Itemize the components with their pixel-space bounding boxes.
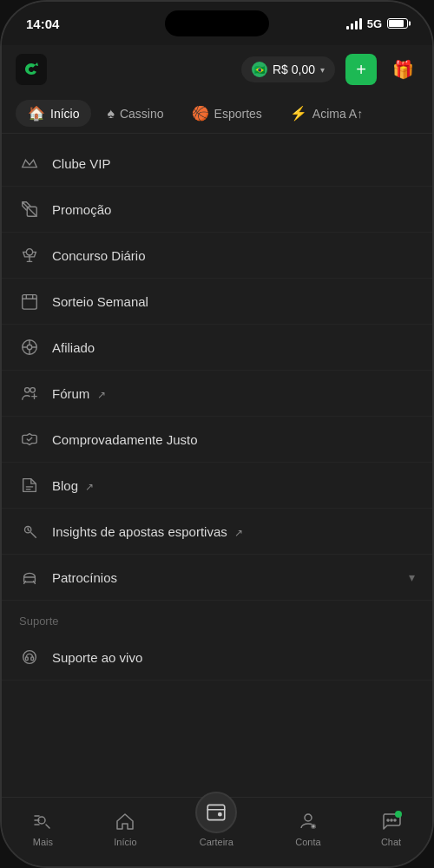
- patrocinios-icon: [19, 567, 40, 588]
- forum-label: Fórum ↗: [52, 386, 415, 401]
- app-header: 🇧🇷 R$ 0,00 ▾ + 🎁: [2, 45, 432, 94]
- comprovadamente-icon: [19, 429, 40, 450]
- tab-esportes-icon: 🏀: [192, 105, 209, 122]
- svg-point-13: [219, 812, 221, 815]
- tab-acima[interactable]: ⚡ Acima A↑: [278, 100, 375, 127]
- nav-inicio-label: Início: [114, 837, 136, 847]
- phone-frame: 14:04 5G 🇧🇷 R$ 0,00 ▾: [0, 0, 434, 868]
- nav-conta-label: Conta: [295, 837, 320, 847]
- battery-fill: [389, 20, 404, 27]
- menu-item-concurso[interactable]: Concurso Diário: [2, 233, 432, 279]
- nav-mais-icon: [30, 809, 55, 833]
- svg-point-1: [26, 249, 32, 255]
- tab-esportes[interactable]: 🏀 Esportes: [180, 100, 274, 127]
- menu-item-patrocinios[interactable]: Patrocínios ▾: [2, 555, 432, 601]
- balance-button[interactable]: 🇧🇷 R$ 0,00 ▾: [241, 56, 335, 82]
- nav-tabs: 🏠 Início ♠ Cassino 🏀 Esportes ⚡ Acima A↑: [2, 94, 432, 134]
- nav-carteira-label: Carteira: [200, 837, 233, 847]
- menu-item-clube-vip[interactable]: Clube VIP: [2, 141, 432, 187]
- menu-item-comprovadamente[interactable]: Comprovadamente Justo: [2, 417, 432, 463]
- nav-chat[interactable]: Chat: [365, 802, 418, 854]
- gift-icon: 🎁: [392, 59, 414, 80]
- sorteio-label: Sorteio Semanal: [52, 294, 415, 309]
- status-bar: 14:04 5G: [2, 2, 432, 45]
- clube-vip-icon: [19, 153, 40, 174]
- nav-mais[interactable]: Mais: [16, 802, 69, 854]
- insights-ext-icon: ↗: [234, 527, 243, 539]
- blog-icon: [19, 475, 40, 496]
- bar1: [346, 26, 349, 30]
- clube-vip-label: Clube VIP: [52, 156, 415, 171]
- tab-esportes-label: Esportes: [214, 107, 262, 121]
- status-time: 14:04: [26, 16, 59, 31]
- gift-button[interactable]: 🎁: [387, 54, 418, 85]
- promocao-icon: [19, 199, 40, 220]
- signal-type: 5G: [367, 17, 382, 30]
- svg-point-18: [394, 819, 396, 821]
- logo[interactable]: [16, 54, 47, 85]
- tab-inicio-icon: 🏠: [28, 105, 45, 122]
- svg-point-9: [23, 651, 36, 664]
- signal-bars: [346, 18, 362, 30]
- nav-mais-label: Mais: [33, 837, 53, 847]
- menu-item-promocao[interactable]: Promoção: [2, 187, 432, 233]
- blog-label: Blog ↗: [52, 478, 415, 493]
- balance-amount: R$ 0,00: [273, 62, 315, 76]
- menu-item-sorteio[interactable]: Sorteio Semanal: [2, 279, 432, 325]
- tab-cassino-icon: ♠: [107, 106, 115, 122]
- nav-chat-icon: [379, 809, 404, 833]
- forum-ext-icon: ↗: [97, 389, 106, 401]
- currency-flag: 🇧🇷: [252, 62, 267, 77]
- bar2: [351, 23, 353, 30]
- patrocinios-chevron-icon: ▾: [409, 570, 415, 584]
- nav-chat-label: Chat: [381, 837, 401, 847]
- bottom-nav: Mais Início Carteira: [2, 797, 432, 866]
- svg-rect-10: [25, 657, 28, 661]
- nav-carteira-icon: [195, 792, 237, 833]
- svg-point-5: [25, 388, 30, 393]
- tab-inicio[interactable]: 🏠 Início: [16, 100, 91, 127]
- concurso-icon: [19, 245, 40, 266]
- plus-icon: +: [356, 60, 366, 80]
- menu-item-suporte[interactable]: Suporte ao vivo: [2, 635, 432, 681]
- tab-acima-label: Acima A↑: [312, 107, 363, 121]
- svg-rect-11: [31, 657, 34, 661]
- sorteio-icon: [19, 291, 40, 312]
- notch: [165, 10, 269, 36]
- tab-cassino-label: Cassino: [120, 107, 164, 121]
- blog-ext-icon: ↗: [85, 481, 94, 493]
- insights-label: Insights de apostas esportivas ↗: [52, 524, 415, 539]
- nav-carteira[interactable]: Carteira: [181, 802, 251, 854]
- menu-item-forum[interactable]: Fórum ↗: [2, 371, 432, 417]
- svg-point-16: [387, 819, 389, 821]
- svg-point-17: [391, 819, 392, 821]
- add-funds-button[interactable]: +: [345, 54, 377, 85]
- balance-chevron-icon: ▾: [320, 65, 325, 75]
- svg-point-4: [27, 345, 32, 350]
- svg-point-14: [305, 814, 312, 821]
- svg-point-6: [30, 388, 35, 393]
- suporte-icon: [19, 647, 40, 667]
- battery-icon: [387, 18, 408, 29]
- nav-conta-icon: [296, 809, 320, 833]
- status-right: 5G: [346, 17, 408, 30]
- nav-inicio[interactable]: Início: [99, 802, 151, 854]
- patrocinios-label: Patrocínios: [52, 570, 397, 585]
- menu-item-insights[interactable]: Insights de apostas esportivas ↗: [2, 509, 432, 555]
- concurso-label: Concurso Diário: [52, 248, 415, 263]
- suporte-label: Suporte ao vivo: [52, 650, 415, 665]
- afiliado-label: Afiliado: [52, 340, 415, 355]
- nav-conta[interactable]: Conta: [281, 802, 334, 854]
- comprovadamente-label: Comprovadamente Justo: [52, 432, 415, 447]
- forum-icon: [19, 383, 40, 404]
- afiliado-icon: [19, 337, 40, 358]
- bar4: [359, 18, 362, 30]
- nav-inicio-icon: [113, 809, 137, 833]
- promocao-label: Promoção: [52, 202, 415, 217]
- svg-rect-2: [23, 295, 37, 310]
- menu-item-afiliado[interactable]: Afiliado: [2, 325, 432, 371]
- tab-cassino[interactable]: ♠ Cassino: [95, 101, 175, 127]
- suporte-section-header: Suporte: [2, 601, 432, 635]
- menu-item-blog[interactable]: Blog ↗: [2, 463, 432, 509]
- tab-acima-icon: ⚡: [290, 105, 307, 122]
